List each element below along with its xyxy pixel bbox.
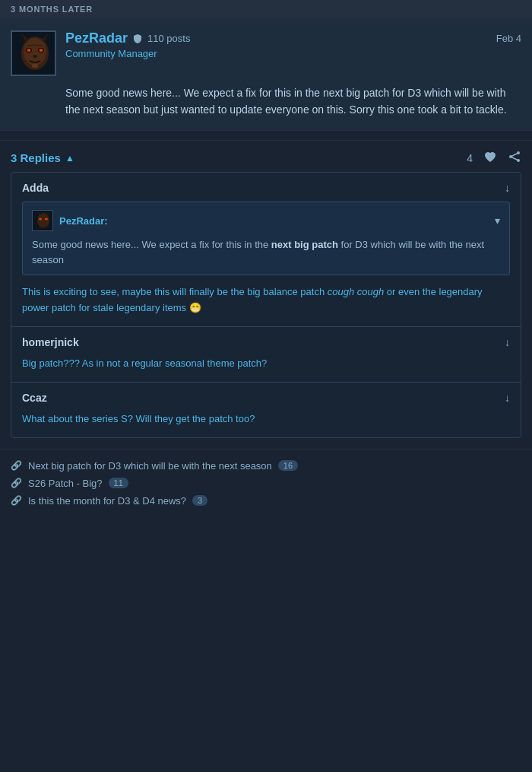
share-icon[interactable] bbox=[508, 150, 521, 166]
like-icon[interactable] bbox=[483, 150, 497, 166]
quote-header: PezRadar: ▾ bbox=[32, 210, 500, 231]
reply-content: What about the series S? Will they get t… bbox=[11, 411, 521, 437]
reply-header: Adda ↓ bbox=[11, 173, 521, 202]
chevron-up-icon: ▲ bbox=[65, 153, 74, 164]
replies-bar: 3 Replies ▲ 4 bbox=[0, 140, 532, 172]
svg-point-19 bbox=[45, 218, 48, 221]
shield-icon bbox=[132, 33, 143, 44]
author-row: PezRadar 110 posts Feb 4 bbox=[65, 30, 521, 46]
related-count: 16 bbox=[278, 460, 298, 471]
replies-toggle[interactable]: 3 Replies ▲ bbox=[11, 151, 74, 164]
post-container: PezRadar 110 posts Feb 4 Community Manag… bbox=[0, 18, 532, 131]
reply-item: homerjnick ↓ Big patch??? As in not a re… bbox=[11, 327, 521, 383]
svg-line-14 bbox=[511, 153, 518, 157]
quote-avatar bbox=[32, 210, 53, 231]
post-count: 110 posts bbox=[147, 33, 190, 44]
svg-line-15 bbox=[511, 157, 518, 160]
reply-author: homerjnick bbox=[22, 336, 79, 348]
related-count: 11 bbox=[109, 478, 128, 488]
link-icon: 🔗 bbox=[11, 478, 22, 488]
related-item: 🔗 Next big patch for D3 which will be wi… bbox=[11, 460, 521, 472]
related-link[interactable]: S26 Patch - Big? bbox=[28, 478, 103, 489]
quote-text: Some good news here... We expect a fix f… bbox=[32, 237, 500, 267]
related-topics: 🔗 Next big patch for D3 which will be wi… bbox=[0, 449, 532, 520]
related-item: 🔗 S26 Patch - Big? 11 bbox=[11, 478, 521, 489]
post-header: PezRadar 110 posts Feb 4 Community Manag… bbox=[11, 30, 521, 76]
avatar bbox=[11, 30, 56, 76]
author-info: PezRadar 110 posts Feb 4 Community Manag… bbox=[65, 30, 521, 59]
reply-author: Ccaz bbox=[22, 392, 47, 404]
post-date: Feb 4 bbox=[496, 33, 521, 44]
quote-expand-icon[interactable]: ▾ bbox=[495, 214, 500, 227]
reply-text-ccaz: What about the series S? Will they get t… bbox=[22, 411, 510, 427]
related-link[interactable]: Next big patch for D3 which will be with… bbox=[28, 460, 272, 472]
reply-header: homerjnick ↓ bbox=[11, 327, 521, 356]
svg-point-17 bbox=[37, 213, 49, 228]
separator-label: 3 MONTHS LATER bbox=[11, 5, 93, 14]
quote-block: PezRadar: ▾ Some good news here... We ex… bbox=[22, 202, 510, 275]
svg-point-18 bbox=[39, 218, 42, 221]
chevron-down-icon[interactable]: ↓ bbox=[505, 336, 510, 348]
svg-point-9 bbox=[33, 55, 37, 58]
reply-content: Big patch??? As in not a regular seasona… bbox=[11, 356, 521, 382]
post-body: Some good news here... We expect a fix f… bbox=[11, 85, 521, 118]
reply-text-homerjnick: Big patch??? As in not a regular seasona… bbox=[22, 356, 510, 371]
author-title: Community Manager bbox=[65, 48, 521, 59]
quote-author-name: PezRadar: bbox=[59, 215, 108, 227]
replies-section: Adda ↓ PezRadar: bbox=[11, 172, 521, 438]
chevron-down-icon[interactable]: ↓ bbox=[505, 182, 510, 194]
reply-item: Adda ↓ PezRadar: bbox=[11, 173, 521, 326]
reply-header: Ccaz ↓ bbox=[11, 383, 521, 411]
reply-author: Adda bbox=[22, 182, 49, 194]
link-icon: 🔗 bbox=[11, 460, 22, 471]
post-actions: 4 bbox=[467, 150, 521, 166]
reply-item: Ccaz ↓ What about the series S? Will the… bbox=[11, 383, 521, 437]
related-item: 🔗 Is this the month for D3 & D4 news? 3 bbox=[11, 495, 521, 507]
chevron-down-icon[interactable]: ↓ bbox=[505, 392, 510, 404]
time-separator: 3 MONTHS LATER bbox=[0, 0, 532, 18]
reply-content: PezRadar: ▾ Some good news here... We ex… bbox=[11, 202, 521, 326]
svg-point-6 bbox=[40, 49, 43, 52]
svg-rect-10 bbox=[32, 64, 38, 68]
author-name: PezRadar bbox=[65, 30, 128, 46]
like-count: 4 bbox=[467, 152, 473, 164]
related-count: 3 bbox=[192, 495, 207, 506]
svg-point-5 bbox=[27, 49, 31, 52]
related-link[interactable]: Is this the month for D3 & D4 news? bbox=[28, 495, 186, 507]
link-icon: 🔗 bbox=[11, 495, 22, 506]
replies-label: 3 Replies bbox=[11, 151, 61, 164]
reply-text-adda: This is exciting to see, maybe this will… bbox=[22, 284, 510, 315]
